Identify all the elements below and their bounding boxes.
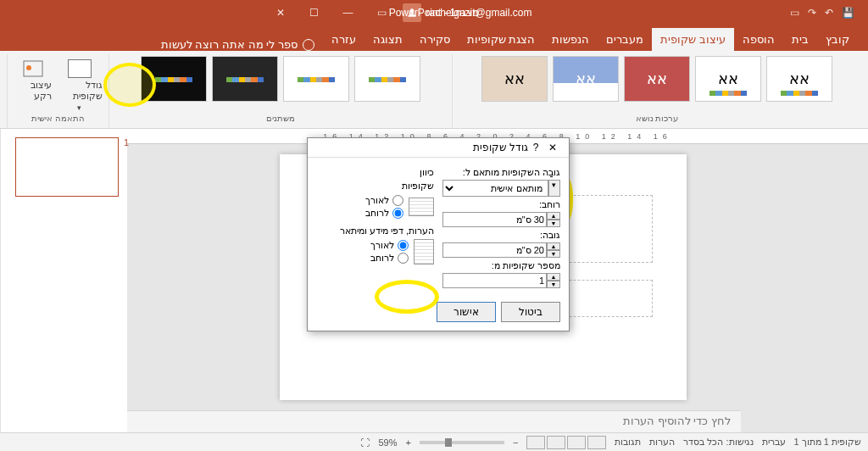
tab-design[interactable]: עיצוב שקופית bbox=[652, 28, 734, 51]
slides-portrait-radio[interactable] bbox=[392, 195, 403, 206]
accessibility-status[interactable]: נגישות: הכל בסדר bbox=[683, 437, 753, 448]
height-input[interactable] bbox=[442, 242, 547, 258]
notes-section-label: הערות, דפי מידע ומיתאר bbox=[316, 226, 434, 237]
tab-insert[interactable]: הוספה bbox=[734, 28, 783, 51]
variant-thumb[interactable] bbox=[212, 56, 278, 102]
themes-gallery[interactable]: אא אא אא אא אא bbox=[481, 56, 832, 102]
zoom-in-icon[interactable]: + bbox=[406, 437, 411, 448]
tab-review[interactable]: סקירה bbox=[411, 28, 459, 51]
tab-file[interactable]: קובץ bbox=[817, 28, 858, 51]
status-bar: שקופית 1 מתוך 1 עברית נגישות: הכל בסדר ה… bbox=[0, 432, 868, 451]
number-from-input[interactable] bbox=[442, 273, 547, 288]
chevron-down-icon: ▾ bbox=[77, 103, 81, 112]
ribbon-body: אא אא אא אא אא ערכות נושא משתנים גודל שק… bbox=[0, 51, 868, 129]
size-for-label: גובַה השקופיות מותאם ל: bbox=[442, 167, 560, 178]
zoom-out-icon[interactable]: − bbox=[513, 437, 518, 448]
ribbon-options-icon[interactable]: ▭ bbox=[367, 3, 398, 23]
tab-slideshow[interactable]: הצגת שקופיות bbox=[459, 28, 544, 51]
redo-icon[interactable]: ↷ bbox=[808, 7, 816, 19]
sorter-view-icon[interactable] bbox=[567, 436, 586, 449]
slide-size-dialog: ✕ ? גודל שקופית גובַה השקופיות מותאם ל: … bbox=[307, 137, 570, 331]
theme-thumb[interactable]: אא bbox=[624, 56, 690, 102]
zoom-level[interactable]: 59% bbox=[378, 437, 397, 448]
spin-up-icon[interactable]: ▲ bbox=[547, 212, 560, 220]
fit-to-window-icon[interactable]: ⛶ bbox=[360, 437, 370, 448]
spin-up-icon[interactable]: ▲ bbox=[547, 242, 560, 250]
orientation-label: כיוון bbox=[316, 167, 434, 178]
view-buttons bbox=[526, 436, 606, 449]
customize-group-label: התאמה אישית bbox=[31, 112, 85, 126]
close-icon[interactable]: ✕ bbox=[265, 3, 296, 23]
slide-number: 1 bbox=[124, 137, 129, 148]
minimize-icon[interactable]: — bbox=[333, 3, 364, 23]
dialog-close-icon[interactable]: ✕ bbox=[543, 142, 562, 153]
variant-thumb[interactable] bbox=[283, 56, 349, 102]
height-label: גובה: bbox=[442, 230, 560, 241]
title-bar: 💾 ↶ ↷ ▭ מצגת1 - PowerPoint rachelgazit@g… bbox=[0, 0, 868, 25]
save-icon[interactable]: 💾 bbox=[842, 7, 854, 19]
tab-view[interactable]: תצוגה bbox=[364, 28, 411, 51]
spin-down-icon[interactable]: ▼ bbox=[547, 250, 560, 258]
start-from-beginning-icon[interactable]: ▭ bbox=[790, 7, 799, 19]
dialog-title: גודל שקופית bbox=[314, 142, 528, 153]
notes-portrait-radio[interactable] bbox=[398, 240, 409, 251]
notes-landscape-radio[interactable] bbox=[398, 253, 409, 264]
spin-down-icon[interactable]: ▼ bbox=[547, 281, 560, 288]
slide-thumbnail-panel: 1 bbox=[0, 129, 127, 432]
variants-group-label: משתנים bbox=[266, 112, 295, 126]
language-indicator[interactable]: עברית bbox=[762, 437, 786, 448]
page-portrait-icon bbox=[414, 239, 434, 264]
format-background-button[interactable]: עיצוב רקע bbox=[14, 56, 52, 112]
format-background-icon bbox=[22, 59, 44, 80]
tab-transitions[interactable]: מעברים bbox=[598, 28, 652, 51]
variants-gallery[interactable] bbox=[141, 56, 420, 102]
slide-thumbnail[interactable] bbox=[15, 137, 119, 197]
zoom-slider[interactable] bbox=[420, 441, 504, 444]
maximize-icon[interactable]: ☐ bbox=[299, 3, 330, 23]
lightbulb-icon bbox=[303, 39, 314, 51]
number-from-label: מספר שקופיות מ: bbox=[442, 260, 560, 271]
tell-me-search[interactable]: ספר לי מה אתה רוצה לעשות bbox=[153, 38, 323, 51]
slides-section-label: שקופיות bbox=[316, 181, 434, 192]
slideshow-view-icon[interactable] bbox=[526, 436, 545, 449]
theme-thumb[interactable]: אא bbox=[695, 56, 761, 102]
tab-animations[interactable]: הנפשות bbox=[543, 28, 598, 51]
tab-home[interactable]: בית bbox=[783, 28, 817, 51]
ribbon-tabs: קובץ בית הוספה עיצוב שקופית מעברים הנפשו… bbox=[0, 25, 868, 51]
spin-down-icon[interactable]: ▼ bbox=[547, 220, 560, 227]
width-label: רוחב: bbox=[442, 199, 560, 210]
cancel-button[interactable]: ביטול bbox=[501, 302, 560, 322]
ok-button[interactable]: אישור bbox=[437, 302, 496, 322]
theme-thumb[interactable]: אא bbox=[553, 56, 619, 102]
size-for-select[interactable]: מותאם אישית bbox=[442, 180, 548, 197]
variant-thumb[interactable] bbox=[354, 56, 420, 102]
theme-thumb[interactable]: אא bbox=[481, 56, 548, 102]
undo-icon[interactable]: ↶ bbox=[825, 7, 833, 19]
slide-size-button[interactable]: גודל שקופית ▾ bbox=[57, 56, 103, 112]
notes-prompt[interactable]: לחץ כדי להוסיף הערות bbox=[127, 410, 741, 432]
page-landscape-icon bbox=[409, 198, 434, 216]
width-input[interactable] bbox=[442, 212, 547, 227]
slides-landscape-radio[interactable] bbox=[392, 208, 403, 219]
normal-view-icon[interactable] bbox=[587, 436, 606, 449]
document-title: מצגת1 - PowerPoint bbox=[389, 7, 480, 19]
notes-toggle[interactable]: הערות bbox=[649, 437, 675, 448]
svg-point-2 bbox=[26, 65, 31, 70]
dialog-help-icon[interactable]: ? bbox=[528, 142, 543, 153]
slide-size-icon bbox=[68, 59, 92, 78]
slide-counter: שקופית 1 מתוך 1 bbox=[794, 437, 861, 448]
tab-help[interactable]: עזרה bbox=[323, 28, 364, 51]
comments-toggle[interactable]: תגובות bbox=[615, 437, 641, 448]
spin-up-icon[interactable]: ▲ bbox=[547, 273, 560, 281]
chevron-down-icon[interactable]: ▾ bbox=[548, 180, 560, 197]
theme-thumb[interactable]: אא bbox=[766, 56, 832, 102]
themes-group-label: ערכות נושא bbox=[636, 112, 679, 126]
reading-view-icon[interactable] bbox=[547, 436, 565, 449]
variant-thumb[interactable] bbox=[141, 56, 207, 102]
